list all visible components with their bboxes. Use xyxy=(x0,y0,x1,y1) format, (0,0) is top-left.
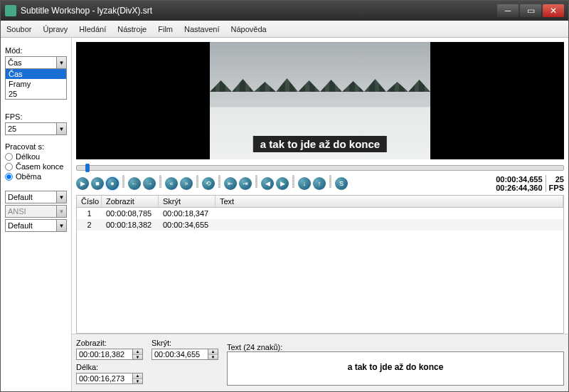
mark-out-button[interactable]: ⇥ xyxy=(239,177,252,190)
menu-help[interactable]: Nápověda xyxy=(231,25,267,33)
fps-label: FPS: xyxy=(5,112,67,121)
video-preview[interactable]: a tak to jde až do konce xyxy=(76,42,564,159)
stop-button[interactable]: ■ xyxy=(91,177,104,190)
shift-left-button[interactable]: ◀ xyxy=(261,177,274,190)
radio-delkou[interactable]: Délkou xyxy=(5,152,67,161)
menu-settings[interactable]: Nastavení xyxy=(184,25,220,33)
fps-label: FPS xyxy=(549,184,564,192)
bottom-panel: Zobrazit: ▲▼ Délka: ▲▼ Skrýt: ▲▼ Text (2… xyxy=(72,334,568,391)
set-start-button[interactable]: ↓ xyxy=(298,177,311,190)
app-icon xyxy=(5,5,16,16)
chevron-down-icon: ▼ xyxy=(56,220,66,231)
jump-back-button[interactable]: ⟲ xyxy=(202,177,215,190)
text-label: Text (24 znaků): xyxy=(227,343,564,351)
menu-edit[interactable]: Úpravy xyxy=(43,25,68,33)
table-row[interactable]: 1 00:00:08,785 00:00:18,347 xyxy=(77,208,563,219)
spin-down-icon[interactable]: ▼ xyxy=(208,355,218,360)
mode-option-25[interactable]: 25 xyxy=(6,89,66,99)
charset2-value: Default xyxy=(8,221,33,230)
hide-time-field[interactable] xyxy=(151,349,208,360)
length-time-field[interactable] xyxy=(76,373,133,384)
charset1-value: Default xyxy=(8,193,33,201)
col-header-text[interactable]: Text xyxy=(216,196,563,207)
workwith-label: Pracovat s: xyxy=(5,142,67,151)
menu-search[interactable]: Hledání xyxy=(79,25,106,33)
charset-combo-1[interactable]: Default▼ xyxy=(5,191,67,203)
charset-combo-2[interactable]: Default▼ xyxy=(5,219,67,232)
radio-delkou-label: Délkou xyxy=(16,152,40,161)
main-panel: a tak to jde až do konce ▶ ■ ● ← → « » ⟲… xyxy=(72,38,568,391)
cell-text xyxy=(216,208,563,218)
play-button[interactable]: ▶ xyxy=(76,177,89,190)
close-button[interactable]: ✕ xyxy=(543,4,564,17)
mark-in-button[interactable]: ⇤ xyxy=(224,177,237,190)
chevron-down-icon: ▼ xyxy=(56,123,66,134)
menu-tools[interactable]: Nástroje xyxy=(117,25,147,33)
prev-button[interactable]: ← xyxy=(128,177,141,190)
maximize-button[interactable]: ▭ xyxy=(520,4,541,17)
col-header-show[interactable]: Zobrazit xyxy=(102,196,159,207)
record-button[interactable]: ● xyxy=(106,177,119,190)
hide-time-input[interactable]: ▲▼ xyxy=(151,349,218,360)
separator xyxy=(218,175,220,188)
window-title: Subtitle Workshop - lyzak(DivX).srt xyxy=(21,6,497,16)
radio-casem-label: Časem konce xyxy=(16,162,63,171)
cell-show: 00:00:18,382 xyxy=(102,220,159,230)
sidebar: Mód: Čas▼ Čas Framy 25 FPS: 25▼ Pracovat… xyxy=(1,38,72,391)
cell-num: 1 xyxy=(77,208,102,218)
show-time-input[interactable]: ▲▼ xyxy=(76,349,143,360)
time-current: 00:00:34,655 xyxy=(496,175,542,184)
cell-hide: 00:00:18,347 xyxy=(159,208,216,218)
time-total: 00:26:44,360 xyxy=(496,184,542,192)
radio-casem[interactable]: Časem konce xyxy=(5,162,67,171)
separator xyxy=(329,175,331,188)
separator xyxy=(292,175,294,188)
show-time-field[interactable] xyxy=(76,349,133,360)
titlebar: Subtitle Workshop - lyzak(DivX).srt ─ ▭ … xyxy=(1,1,568,21)
col-header-hide[interactable]: Skrýt xyxy=(159,196,216,207)
next-button[interactable]: → xyxy=(143,177,156,190)
mode-combo-value: Čas xyxy=(8,58,22,67)
menu-film[interactable]: Film xyxy=(158,25,173,33)
separator xyxy=(196,175,198,188)
radio-obema-label: Oběma xyxy=(16,172,41,181)
sync-button[interactable]: S xyxy=(335,177,348,190)
subtitle-text-input[interactable] xyxy=(227,351,564,386)
table-row[interactable]: 2 00:00:18,382 00:00:34,655 xyxy=(77,219,563,231)
separator xyxy=(255,175,257,188)
app-window: Subtitle Workshop - lyzak(DivX).srt ─ ▭ … xyxy=(0,0,569,392)
minimize-button[interactable]: ─ xyxy=(497,4,519,17)
subtitle-grid[interactable]: Číslo Zobrazit Skrýt Text 1 00:00:08,785… xyxy=(76,195,564,334)
rewind-button[interactable]: « xyxy=(165,177,178,190)
length-time-input[interactable]: ▲▼ xyxy=(76,373,143,384)
spin-up-icon[interactable]: ▲ xyxy=(208,349,218,355)
shift-right-button[interactable]: ▶ xyxy=(276,177,289,190)
radio-obema[interactable]: Oběma xyxy=(5,172,67,181)
cell-show: 00:00:08,785 xyxy=(102,208,159,218)
hide-label: Skrýt: xyxy=(151,339,218,347)
menu-file[interactable]: Soubor xyxy=(6,25,31,33)
seek-thumb[interactable] xyxy=(85,164,90,172)
set-end-button[interactable]: ↑ xyxy=(313,177,326,190)
spin-down-icon[interactable]: ▼ xyxy=(133,379,142,384)
forward-button[interactable]: » xyxy=(180,177,193,190)
mode-option-cas[interactable]: Čas xyxy=(6,69,66,79)
chevron-down-icon: ▼ xyxy=(56,206,66,217)
encoding-combo: ANSI▼ xyxy=(5,205,67,218)
seek-bar[interactable] xyxy=(76,165,564,171)
col-header-num[interactable]: Číslo xyxy=(77,196,102,207)
chevron-down-icon: ▼ xyxy=(56,57,66,68)
mode-combo[interactable]: Čas▼ xyxy=(5,56,67,69)
separator xyxy=(159,175,161,188)
mode-option-framy[interactable]: Framy xyxy=(6,79,66,89)
spin-down-icon[interactable]: ▼ xyxy=(133,355,142,360)
cell-hide: 00:00:34,655 xyxy=(159,220,216,230)
fps-combo[interactable]: 25▼ xyxy=(5,122,67,135)
mode-dropdown: Čas Framy 25 xyxy=(5,68,67,100)
separator xyxy=(122,175,124,188)
playback-toolbar: ▶ ■ ● ← → « » ⟲ ⇤ ⇥ ◀ ▶ ↓ ↑ xyxy=(72,172,568,195)
spin-up-icon[interactable]: ▲ xyxy=(133,349,142,355)
length-label: Délka: xyxy=(76,363,143,371)
chevron-down-icon: ▼ xyxy=(56,191,66,203)
spin-up-icon[interactable]: ▲ xyxy=(133,374,142,379)
